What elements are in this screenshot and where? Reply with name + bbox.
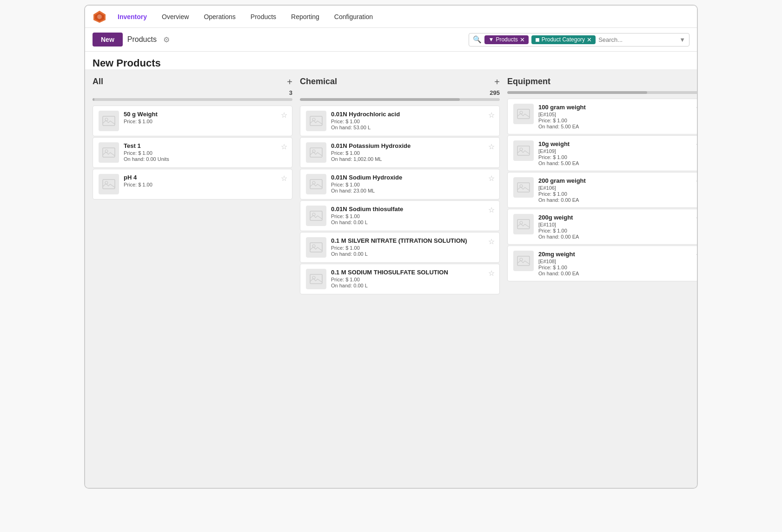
nav-configuration[interactable]: Configuration [328,11,379,22]
product-onhand-chemical-2: On hand: 23.00 ML [331,188,494,193]
product-image-chemical-5 [306,269,326,289]
product-star-equipment-2[interactable]: ☆ [696,177,697,186]
product-price-equipment-2: Price: $ 1.00 [538,191,697,197]
product-info-equipment-0: 100 gram weight[E#105]Price: $ 1.00On ha… [538,104,697,129]
column-add-all[interactable]: + [287,77,292,86]
product-info-equipment-3: 200g weight[E#110]Price: $ 1.00On hand: … [538,214,697,239]
app-logo [93,10,106,24]
product-star-equipment-0[interactable]: ☆ [696,104,697,113]
nav-products[interactable]: Products [244,11,283,22]
product-onhand-chemical-1: On hand: 1,002.00 ML [331,156,494,162]
product-info-equipment-2: 200 gram weight[E#106]Price: $ 1.00On ha… [538,177,697,203]
product-star-all-0[interactable]: ☆ [281,111,287,120]
product-name-equipment-4: 20mg weight [538,251,697,258]
product-card-equipment-3[interactable]: 200g weight[E#110]Price: $ 1.00On hand: … [507,209,697,245]
product-card-all-2[interactable]: pH 4Price: $ 1.00☆ [93,169,292,200]
product-card-all-1[interactable]: Test 1Price: $ 1.00On hand: 0.00 Units☆ [93,137,292,168]
column-title-chemical: Chemical [300,77,337,86]
product-image-all-2 [99,174,119,194]
product-onhand-equipment-0: On hand: 5.00 EA [538,124,697,129]
product-name-chemical-1: 0.01N Potassium Hydroxide [331,142,494,149]
filter-products-close[interactable]: ✕ [520,36,525,43]
product-onhand-all-1: On hand: 0.00 Units [124,156,286,162]
product-code-equipment-1: [E#109] [538,148,697,154]
product-info-chemical-3: 0.01N Sodium thiosulfatePrice: $ 1.00On … [331,206,494,225]
product-card-chemical-2[interactable]: 0.01N Sodium HydroxidePrice: $ 1.00On ha… [300,169,500,200]
svg-point-30 [520,258,523,261]
product-star-chemical-2[interactable]: ☆ [488,174,495,183]
svg-point-6 [105,150,108,153]
product-card-equipment-1[interactable]: 10g weight[E#109]Price: $ 1.00On hand: 5… [507,135,697,171]
product-name-chemical-3: 0.01N Sodium thiosulfate [331,206,494,213]
product-card-equipment-4[interactable]: 20mg weight[E#108]Price: $ 1.00On hand: … [507,246,697,281]
nav-operations[interactable]: Operations [197,11,242,22]
product-card-chemical-3[interactable]: 0.01N Sodium thiosulfatePrice: $ 1.00On … [300,200,500,231]
product-code-equipment-0: [E#105] [538,112,697,117]
product-price-chemical-0: Price: $ 1.00 [331,119,494,124]
product-star-equipment-4[interactable]: ☆ [696,251,697,259]
navbar: Inventory Overview Operations Products R… [85,6,697,28]
product-info-chemical-5: 0.1 M SODIUM THIOSULFATE SOLUTIONPrice: … [331,269,494,288]
svg-rect-3 [103,116,115,126]
product-star-all-2[interactable]: ☆ [281,174,287,183]
product-star-chemical-0[interactable]: ☆ [488,111,495,120]
product-card-chemical-1[interactable]: 0.01N Potassium HydroxidePrice: $ 1.00On… [300,137,500,168]
search-dropdown-icon[interactable]: ▼ [679,36,685,43]
column-count-all: 3 [289,89,292,96]
breadcrumb: Products [127,35,157,44]
svg-point-10 [312,118,315,121]
filter-tag-products[interactable]: ▼ Products ✕ [484,35,528,44]
product-card-equipment-0[interactable]: 100 gram weight[E#105]Price: $ 1.00On ha… [507,99,697,134]
column-progress-bar-all [93,98,292,101]
nav-inventory[interactable]: Inventory [111,11,153,22]
product-star-chemical-1[interactable]: ☆ [488,142,495,151]
filter-category-label: Product Category [542,36,585,43]
filter-category-close[interactable]: ✕ [587,36,592,43]
product-star-chemical-5[interactable]: ☆ [488,269,495,278]
product-info-chemical-1: 0.01N Potassium HydroxidePrice: $ 1.00On… [331,142,494,162]
filter-products-icon: ▼ [488,36,494,43]
product-card-all-0[interactable]: 50 g WeightPrice: $ 1.00☆ [93,106,292,136]
product-star-equipment-1[interactable]: ☆ [696,140,697,149]
product-onhand-chemical-5: On hand: 0.00 L [331,283,494,288]
product-price-equipment-3: Price: $ 1.00 [538,228,697,233]
product-name-equipment-0: 100 gram weight [538,104,697,111]
product-star-equipment-3[interactable]: ☆ [696,214,697,223]
svg-point-26 [520,185,523,187]
column-header-chemical: Chemical+ [300,77,500,86]
search-input[interactable] [598,36,676,43]
product-star-chemical-4[interactable]: ☆ [488,237,495,246]
column-count-row-all: 3 [93,89,292,96]
column-add-chemical[interactable]: + [494,77,500,86]
filter-products-label: Products [496,36,517,43]
product-card-chemical-0[interactable]: 0.01N Hydrochloric acidPrice: $ 1.00On h… [300,106,500,136]
page-header: New Products [85,52,697,69]
product-info-chemical-0: 0.01N Hydrochloric acidPrice: $ 1.00On h… [331,111,494,130]
product-card-chemical-5[interactable]: 0.1 M SODIUM THIOSULFATE SOLUTIONPrice: … [300,264,500,294]
product-star-all-1[interactable]: ☆ [281,142,287,151]
column-progress-fill-all [93,98,94,101]
product-onhand-chemical-0: On hand: 53.00 L [331,125,494,130]
product-price-all-0: Price: $ 1.00 [124,119,286,124]
product-name-all-0: 50 g Weight [124,111,286,118]
new-button[interactable]: New [93,33,123,47]
gear-icon[interactable]: ⚙ [163,35,170,44]
product-star-chemical-3[interactable]: ☆ [488,206,495,214]
svg-rect-15 [310,211,322,220]
product-card-chemical-4[interactable]: 0.1 M SILVER NITRATE (TITRATION SOLUTION… [300,232,500,263]
kanban-column-chemical: Chemical+295 0.01N Hydrochloric acidPric… [300,77,500,480]
product-onhand-equipment-3: On hand: 0.00 EA [538,234,697,239]
product-info-equipment-4: 20mg weight[E#108]Price: $ 1.00On hand: … [538,251,697,276]
filter-tag-category[interactable]: ◼ Product Category ✕ [531,35,596,44]
svg-rect-11 [310,148,322,157]
product-info-all-1: Test 1Price: $ 1.00On hand: 0.00 Units [124,142,286,162]
column-header-all: All+ [93,77,292,86]
product-card-equipment-2[interactable]: 200 gram weight[E#106]Price: $ 1.00On ha… [507,172,697,208]
column-count-row-chemical: 295 [300,89,500,96]
product-name-chemical-2: 0.01N Sodium Hydroxide [331,174,494,181]
svg-point-2 [97,14,102,19]
nav-overview[interactable]: Overview [155,11,195,22]
nav-reporting[interactable]: Reporting [285,11,326,22]
column-title-all: All [93,77,103,86]
product-name-chemical-4: 0.1 M SILVER NITRATE (TITRATION SOLUTION… [331,237,494,244]
